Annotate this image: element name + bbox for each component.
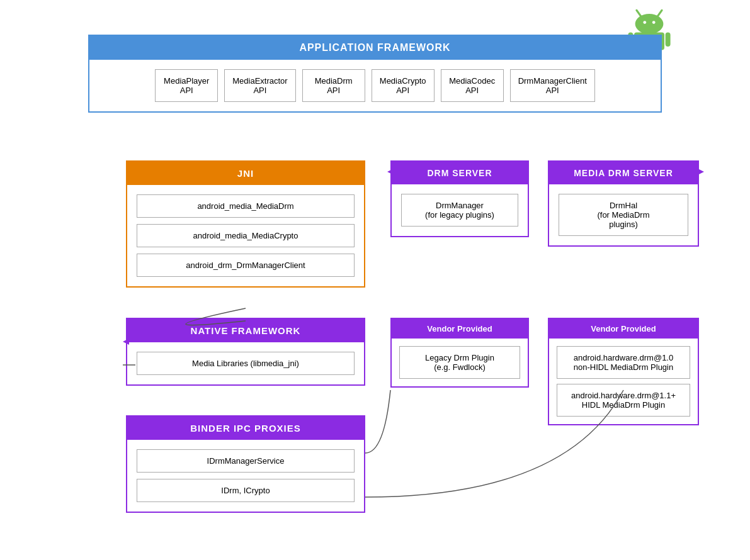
vendor-2-item-1: android.hardware.drm@1.0non-HIDL MediaDr… <box>557 346 690 379</box>
media-drm-server-item-1: DrmHal(for MediaDrmplugins) <box>559 194 688 236</box>
api-box-mediacodec: MediaCodecAPI <box>441 69 504 102</box>
native-framework-header: NATIVE FRAMEWORK <box>127 319 364 342</box>
jni-item-2: android_media_MediaCrypto <box>137 224 355 247</box>
diagram-container: APPLICATION FRAMEWORK MediaPlayerAPI Med… <box>0 0 750 560</box>
binder-item-2: IDrm, ICrypto <box>137 479 355 502</box>
drm-server-item-1: DrmManager(for legacy plugins) <box>401 194 518 227</box>
drm-server-header: DRM SERVER <box>392 162 528 184</box>
svg-point-2 <box>635 14 664 34</box>
drm-server-body: DrmManager(for legacy plugins) <box>392 184 528 236</box>
vendor-2-body: android.hardware.drm@1.0non-HIDL MediaDr… <box>549 339 698 424</box>
jni-block: JNI android_media_MediaDrm android_media… <box>126 160 365 288</box>
drm-server-block: DRM SERVER DrmManager(for legacy plugins… <box>390 160 529 237</box>
vendor-1-body: Legacy Drm Plugin(e.g. Fwdlock) <box>392 339 528 386</box>
vendor-block-1: Vendor Provided Legacy Drm Plugin(e.g. F… <box>390 318 529 388</box>
vendor-2-item-2: android.hardware.drm@1.1+HIDL MediaDrm P… <box>557 384 690 417</box>
api-box-mediadrm: MediaDrmAPI <box>302 69 365 102</box>
svg-rect-7 <box>666 33 671 47</box>
vendor-block-2: Vendor Provided android.hardware.drm@1.0… <box>548 318 699 425</box>
api-box-drmmanagerclient: DrmManagerClientAPI <box>510 69 595 102</box>
vendor-2-header: Vendor Provided <box>549 319 698 339</box>
binder-ipc-body: IDrmManagerService IDrm, ICrypto <box>127 440 364 512</box>
native-framework-body: Media Libraries (libmedia_jni) <box>127 342 364 384</box>
api-box-mediaplayer: MediaPlayerAPI <box>155 69 218 102</box>
jni-item-1: android_media_MediaDrm <box>137 194 355 218</box>
jni-body: android_media_MediaDrm android_media_Med… <box>127 185 364 286</box>
vendor-1-item-1: Legacy Drm Plugin(e.g. Fwdlock) <box>399 346 520 379</box>
api-box-mediacrypto: MediaCryptoAPI <box>372 69 435 102</box>
svg-point-3 <box>643 21 646 24</box>
svg-point-4 <box>652 21 656 24</box>
jni-item-3: android_drm_DrmManagerClient <box>137 254 355 277</box>
binder-ipc-header: BINDER IPC PROXIES <box>127 417 364 440</box>
binder-ipc-block: BINDER IPC PROXIES IDrmManagerService ID… <box>126 415 365 513</box>
jni-header: JNI <box>127 162 364 185</box>
api-box-mediaextractor: MediaExtractorAPI <box>224 69 295 102</box>
app-framework-header: APPLICATION FRAMEWORK <box>89 36 661 60</box>
media-drm-server-block: MEDIA DRM SERVER DrmHal(for MediaDrmplug… <box>548 160 699 247</box>
app-framework-block: APPLICATION FRAMEWORK MediaPlayerAPI Med… <box>88 35 662 113</box>
app-framework-body: MediaPlayerAPI MediaExtractorAPI MediaDr… <box>89 60 661 111</box>
media-drm-server-body: DrmHal(for MediaDrmplugins) <box>549 184 698 245</box>
native-item-1: Media Libraries (libmedia_jni) <box>137 352 355 375</box>
binder-item-1: IDrmManagerService <box>137 449 355 473</box>
media-drm-server-header: MEDIA DRM SERVER <box>549 162 698 184</box>
vendor-1-header: Vendor Provided <box>392 319 528 339</box>
native-framework-block: NATIVE FRAMEWORK Media Libraries (libmed… <box>126 318 365 386</box>
